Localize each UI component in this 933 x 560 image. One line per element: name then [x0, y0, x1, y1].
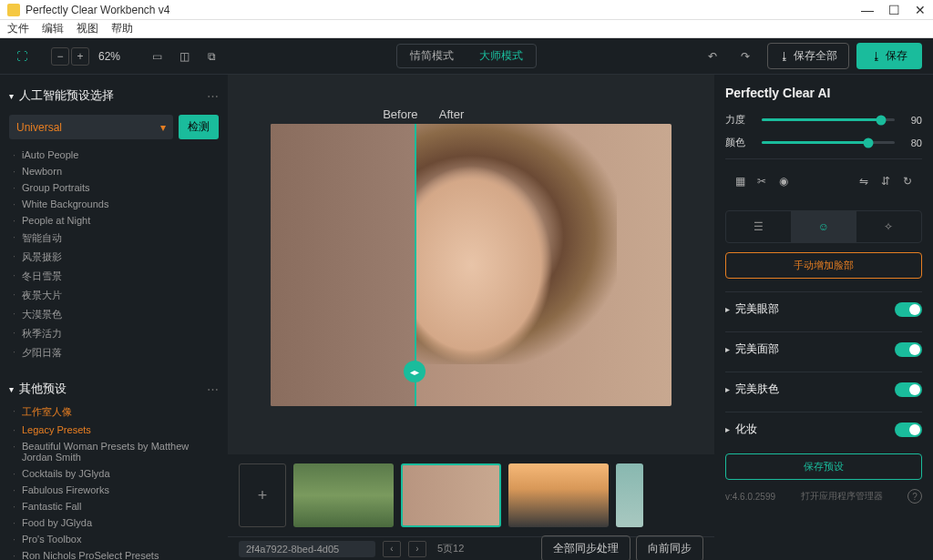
preview-area: Before After ◂▸ [228, 75, 714, 454]
tab-simple-mode[interactable]: 情简模式 [397, 45, 466, 67]
section-row[interactable]: ▸化妆 [725, 412, 922, 446]
view-single-icon[interactable]: ▭ [146, 46, 168, 67]
preset-item[interactable]: 工作室人像 [9, 402, 219, 422]
face-icon: ☺ [818, 220, 829, 233]
preset-item[interactable]: Pro's Toolbox [9, 531, 219, 547]
filmstrip: + [228, 454, 714, 536]
preset-item[interactable]: 智能自动 [9, 229, 219, 248]
menu-file[interactable]: 文件 [7, 21, 29, 36]
view-compare-icon[interactable]: ⧉ [200, 46, 222, 67]
download-icon: ⭳ [871, 50, 882, 63]
section-toggle[interactable] [895, 423, 922, 437]
zoom-in-button[interactable]: + [71, 47, 89, 66]
preset-item[interactable]: 秋季活力 [9, 324, 219, 343]
window-title: Perfectly Clear Workbench v4 [26, 4, 861, 16]
slider-value: 80 [904, 137, 922, 148]
preset-item[interactable]: Cocktails by JGlyda [9, 465, 219, 482]
sync-all-button[interactable]: 全部同步处理 [541, 535, 631, 560]
histogram-icon[interactable]: ▦ [729, 170, 751, 192]
add-face-button[interactable]: 手动增加脸部 [725, 252, 922, 279]
next-button[interactable]: › [408, 541, 426, 557]
mode-tabs: 情简模式 大师模式 [396, 44, 537, 68]
preset-item[interactable]: Legacy Presets [9, 422, 219, 438]
expand-icon: ▸ [725, 424, 730, 434]
tab-effects[interactable]: ✧ [856, 211, 921, 242]
toolbar: ⛶ − + 62% ▭ ◫ ⧉ 情简模式 大师模式 ↶ ↷ ⭳保存全部 ⭳保存 [0, 38, 933, 75]
redo-icon[interactable]: ↷ [734, 46, 756, 67]
preset-item[interactable]: Group Portraits [9, 179, 219, 196]
menubar: 文件 编辑 视图 帮助 [0, 20, 933, 38]
minimize-button[interactable]: — [861, 3, 874, 17]
close-button[interactable]: ✕ [915, 3, 926, 17]
app-icon [7, 4, 20, 16]
preset-item[interactable]: Fantastic Fall [9, 498, 219, 514]
titlebar: Perfectly Clear Workbench v4 — ☐ ✕ [0, 0, 933, 20]
menu-help[interactable]: 帮助 [111, 21, 133, 36]
more-icon[interactable]: ⋯ [207, 382, 219, 396]
rotate-icon[interactable]: ↻ [897, 170, 918, 192]
preset-item[interactable]: 风景摄影 [9, 248, 219, 267]
help-icon[interactable]: ? [907, 489, 922, 504]
tab-adjust[interactable]: ☰ [726, 211, 791, 242]
preset-item[interactable]: Fabulous Fireworks [9, 482, 219, 498]
crop-icon[interactable]: ⛶ [11, 46, 33, 67]
eye-icon[interactable]: ◉ [773, 170, 795, 192]
other-presets-header[interactable]: ▾ 其他预设 ⋯ [9, 375, 219, 402]
section-row[interactable]: ▸完美眼部 [725, 291, 922, 326]
tab-face[interactable]: ☺ [791, 211, 856, 242]
expand-icon: ▸ [725, 384, 730, 394]
center-area: Before After ◂▸ + 2f4a7922-8bed-4d05 ‹ › [228, 75, 714, 560]
more-icon[interactable]: ⋯ [207, 89, 219, 103]
flip-v-icon[interactable]: ⇵ [875, 170, 897, 192]
add-image-button[interactable]: + [239, 463, 286, 527]
preset-item[interactable]: White Backgrounds [9, 196, 219, 212]
preset-item[interactable]: 冬日雪景 [9, 267, 219, 286]
page-info: 5页12 [437, 542, 464, 555]
section-toggle[interactable] [895, 342, 922, 357]
save-preset-button[interactable]: 保存预设 [725, 453, 922, 480]
crop-tool-icon[interactable]: ✂ [751, 170, 773, 192]
sync-forward-button[interactable]: 向前同步 [636, 535, 703, 560]
view-split-icon[interactable]: ◫ [173, 46, 195, 67]
menu-view[interactable]: 视图 [77, 21, 98, 36]
preset-item[interactable]: Ron Nichols ProSelect Presets [9, 547, 219, 560]
maximize-button[interactable]: ☐ [888, 3, 900, 17]
prev-button[interactable]: ‹ [383, 541, 401, 557]
collapse-icon: ▾ [9, 91, 14, 101]
detect-button[interactable]: 检测 [179, 115, 219, 139]
thumbnail[interactable] [293, 463, 394, 527]
section-toggle[interactable] [895, 302, 922, 317]
preset-item[interactable]: iAuto People [9, 147, 219, 163]
save-button[interactable]: ⭳保存 [856, 43, 922, 69]
undo-icon[interactable]: ↶ [702, 46, 723, 67]
preset-item[interactable]: 大漠景色 [9, 305, 219, 324]
thumbnail[interactable] [508, 463, 609, 527]
section-toggle[interactable] [895, 382, 922, 397]
ai-presets-header[interactable]: ▾ 人工智能预设选择 ⋯ [9, 82, 219, 109]
expand-icon: ▸ [725, 304, 730, 314]
preset-item[interactable]: 夜景大片 [9, 286, 219, 305]
section-row[interactable]: ▸完美肤色 [725, 372, 922, 406]
thumbnail[interactable] [616, 463, 643, 527]
preset-item[interactable]: 夕阳日落 [9, 343, 219, 362]
chevron-down-icon: ▾ [160, 121, 166, 134]
preset-item[interactable]: Food by JGlyda [9, 514, 219, 531]
split-handle[interactable]: ◂▸ [404, 361, 425, 382]
preset-item[interactable]: Beautiful Woman Presets by Matthew Jorda… [9, 438, 219, 465]
download-icon: ⭳ [779, 50, 790, 63]
preview-image[interactable]: ◂▸ [271, 124, 672, 406]
section-row[interactable]: ▸完美面部 [725, 331, 922, 366]
preset-item[interactable]: Newborn [9, 163, 219, 179]
preset-item[interactable]: People at Night [9, 212, 219, 229]
flip-h-icon[interactable]: ⇋ [853, 170, 875, 192]
save-all-button[interactable]: ⭳保存全部 [767, 43, 849, 69]
slider[interactable] [762, 141, 895, 144]
tab-master-mode[interactable]: 大师模式 [466, 45, 536, 67]
preset-dropdown[interactable]: Universal▾ [9, 115, 173, 139]
zoom-out-button[interactable]: − [51, 47, 69, 66]
slider[interactable] [762, 118, 895, 121]
open-manager-link[interactable]: 打开应用程序管理器 [801, 490, 883, 503]
menu-edit[interactable]: 编辑 [42, 21, 64, 36]
right-panel: Perfectly Clear AI 力度 90颜色 80 ▦ ✂ ◉ ⇋ ⇵ … [714, 75, 933, 560]
thumbnail[interactable] [401, 463, 501, 527]
